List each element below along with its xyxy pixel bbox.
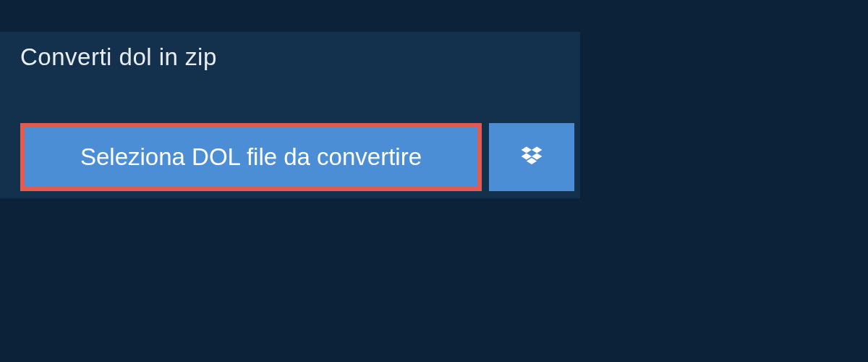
dropbox-button[interactable] — [489, 123, 574, 191]
button-row: Seleziona DOL file da convertire — [20, 123, 574, 191]
tab-label: Converti dol in zip — [20, 43, 217, 71]
select-file-button[interactable]: Seleziona DOL file da convertire — [20, 123, 482, 191]
tab-convert[interactable]: Converti dol in zip — [0, 32, 276, 83]
select-file-button-label: Seleziona DOL file da convertire — [80, 143, 422, 171]
dropbox-icon — [519, 144, 545, 170]
